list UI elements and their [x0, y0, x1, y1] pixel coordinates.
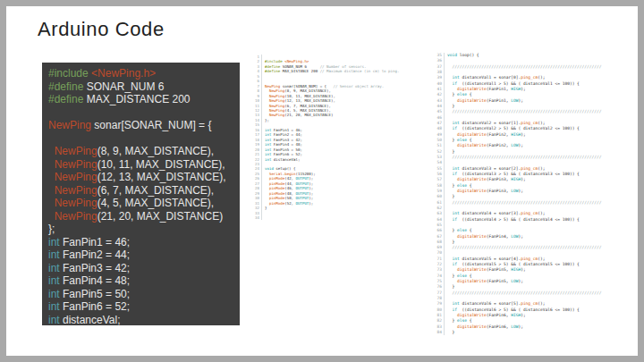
code-line: int FanPin3 = 42;: [48, 262, 240, 275]
code-line: NewPing sonar[SONAR_NUM] = {: [48, 119, 240, 132]
code-line: 64 if ((distanceVal4 > 5) && ( distanceV…: [432, 217, 601, 223]
code-text: digitalWrite(FanPin5, LOW);: [445, 279, 523, 284]
page-title: Arduino Code: [38, 18, 165, 41]
code-line: int FanPin2 = 44;: [48, 248, 240, 262]
code-line: };: [48, 223, 240, 236]
code-text: [262, 215, 267, 220]
code-text: ////////////////////////////////////////…: [445, 245, 601, 250]
code-text: digitalWrite(FanPin2, LOW);: [445, 143, 523, 148]
line-number: 34: [251, 215, 262, 220]
code-line: NewPing(6, 7, MAX_DISTANCE),: [48, 184, 240, 198]
code-line: 77 /////////////////////////////////////…: [432, 290, 601, 296]
code-line: [48, 106, 240, 120]
arduino-code-block: #include <NewPing.h>#define SONAR_NUM 6#…: [42, 63, 240, 325]
code-line: #define MAX_DISTANCE 200: [48, 93, 240, 106]
code-text: digitalWrite(FanPin3, LOW);: [445, 189, 523, 194]
code-line: #include <NewPing.h>: [48, 67, 240, 80]
code-text: NewPing(21, 20, MAX_DISTANCE): [262, 113, 333, 117]
code-text: if ((distanceVal4 > 5) && ( distanceVal4…: [445, 217, 580, 223]
editor-screenshot-left: 1 2#include <NewPing.h>3#define SONAR_NU…: [251, 55, 399, 220]
code-line: NewPing(10, 11, MAX_DISTANCE),: [48, 158, 240, 172]
code-line: int FanPin5 = 50;: [48, 288, 240, 301]
code-text: int distanceVal;: [262, 157, 300, 162]
editor-screenshot-right: 35void loop() {36 37 ///////////////////…: [432, 53, 601, 335]
code-line: [48, 132, 240, 146]
code-line: int FanPin1 = 46;: [48, 236, 240, 249]
code-line: 45 /////////////////////////////////////…: [432, 109, 601, 114]
code-text: void loop() {: [445, 53, 479, 58]
code-line: NewPing(12, 13, MAX_DISTANCE),: [48, 171, 240, 184]
code-text: digitalWrite(FanPin6, LOW);: [445, 324, 523, 330]
code-line: NewPing(8, 9, MAX_DISTANCE),: [48, 145, 240, 158]
code-line: 53 /////////////////////////////////////…: [432, 155, 601, 160]
code-text: digitalWrite(FanPin4, LOW);: [445, 234, 523, 240]
code-text: ////////////////////////////////////////…: [445, 155, 601, 160]
code-line: int distanceVal;: [48, 314, 240, 326]
code-line: int FanPin6 = 52;: [48, 300, 240, 314]
code-text: pinMode(52, OUTPUT);: [262, 201, 313, 206]
code-text: digitalWrite(FanPin1, LOW);: [445, 98, 523, 104]
code-line: 61 /////////////////////////////////////…: [432, 200, 601, 206]
code-line: NewPing(4, 5, MAX_DISTANCE),: [48, 197, 240, 210]
presentation-slide: Arduino Code #include <NewPing.h>#define…: [6, 6, 638, 356]
code-line: NewPing(21, 20, MAX_DISTANCE): [48, 210, 240, 223]
line-number: 84: [432, 330, 445, 335]
code-text: ////////////////////////////////////////…: [445, 64, 601, 70]
code-text: ////////////////////////////////////////…: [445, 200, 601, 206]
code-text: }: [445, 330, 454, 335]
code-text: #define MAX_DISTANCE 200 // Maximum dist…: [262, 69, 399, 73]
code-line: int FanPin4 = 48;: [48, 274, 240, 288]
code-line: #define SONAR_NUM 6: [48, 80, 240, 94]
code-line: 69 /////////////////////////////////////…: [432, 245, 601, 250]
code-text: ////////////////////////////////////////…: [445, 290, 601, 296]
code-line: 37 /////////////////////////////////////…: [432, 64, 601, 70]
code-text: ////////////////////////////////////////…: [445, 109, 601, 114]
code-line: 84 }: [432, 330, 601, 335]
code-line: 34: [251, 215, 399, 220]
code-line: 4#define MAX_DISTANCE 200 // Maximum dis…: [251, 69, 399, 73]
